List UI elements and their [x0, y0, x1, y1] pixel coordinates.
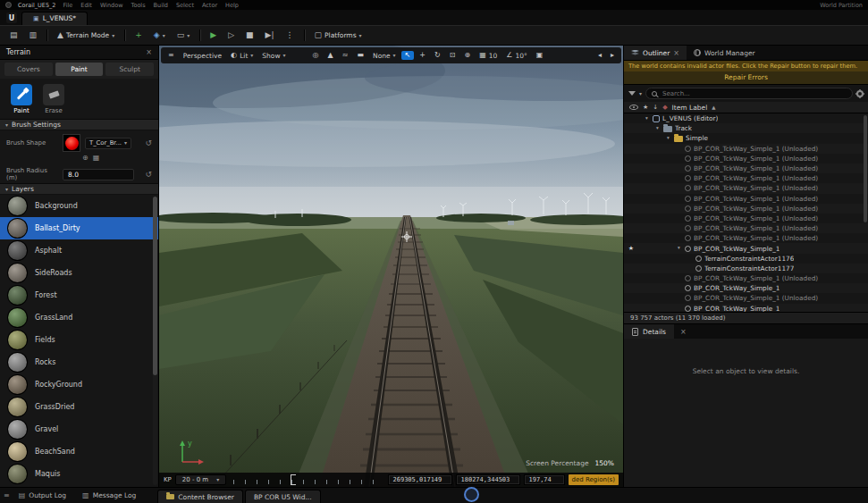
expander-icon[interactable]: ▾: [665, 136, 671, 141]
brush-radius-input[interactable]: 8.0: [63, 169, 134, 180]
user-avatar[interactable]: [5, 2, 12, 8]
layer-item[interactable]: Background: [0, 195, 158, 217]
lit-dropdown[interactable]: ◐Lit▾: [227, 51, 257, 61]
expander-icon[interactable]: ▾: [654, 126, 661, 131]
outliner-scrollbar[interactable]: [864, 115, 867, 222]
outliner-row[interactable]: BP_COR_TckWay_Simple_1 (Unloaded): [624, 163, 868, 173]
stop-button[interactable]: ■: [241, 28, 258, 43]
viewport-options-button[interactable]: ≡: [164, 51, 178, 60]
layer-item[interactable]: RockyGround: [0, 373, 158, 396]
menu-item[interactable]: File: [62, 2, 73, 9]
kp-range-dropdown[interactable]: 20 - 0 m ▾: [175, 474, 226, 485]
message-log-button[interactable]: ▥ Message Log: [75, 488, 143, 503]
outliner-search[interactable]: [645, 88, 853, 99]
layer-item[interactable]: GrassLand: [0, 306, 158, 329]
menu-item[interactable]: Tools: [131, 2, 147, 9]
item-label-header[interactable]: Item Label: [672, 104, 708, 112]
menu-item[interactable]: Build: [153, 2, 169, 9]
brush-texture-dropdown[interactable]: T_Cor_Br... ▾: [85, 138, 131, 149]
search-input[interactable]: [661, 89, 847, 98]
next-viewport-button[interactable]: ▸: [607, 51, 618, 60]
outliner-row[interactable]: BP_COR_TckWay_Simple_1 (Unloaded): [624, 233, 868, 243]
brush-shape-preview[interactable]: [63, 134, 80, 152]
content-browser-tab[interactable]: Content Browser: [157, 490, 243, 503]
outliner-row[interactable]: ▾ Simple: [624, 133, 868, 143]
terrain-mode-tab[interactable]: Paint: [55, 63, 104, 76]
flatten-tool-button[interactable]: ▬: [353, 51, 367, 60]
tab-world-manager[interactable]: World Manager: [687, 46, 763, 60]
perspective-dropdown[interactable]: Perspective: [180, 51, 225, 61]
mode-dropdown[interactable]: ▲ Terrain Mode ▾: [53, 28, 119, 43]
brush-option-grid-icon[interactable]: ▦: [93, 154, 100, 162]
kp-ruler[interactable]: [233, 476, 380, 484]
select-tool-button[interactable]: ↖: [401, 51, 415, 60]
scrollbar-thumb[interactable]: [153, 197, 157, 375]
show-dropdown[interactable]: Show▾: [258, 51, 289, 61]
outliner-row[interactable]: BP_COR_TckWay_Simple_1 (Unloaded): [624, 144, 868, 154]
terrain-tool-button[interactable]: ▲: [324, 51, 337, 60]
close-icon[interactable]: ×: [673, 49, 679, 57]
world-space-button[interactable]: ⊕: [460, 51, 474, 60]
expander-icon[interactable]: ▾: [644, 116, 650, 122]
menu-item[interactable]: Window: [99, 2, 124, 9]
play-options-button[interactable]: ⋮: [282, 28, 299, 43]
favorite-column-icon[interactable]: ★: [643, 104, 648, 111]
layer-item[interactable]: Forest: [0, 284, 158, 306]
layer-item[interactable]: Asphalt: [0, 239, 158, 262]
paint-tool-button[interactable]: Paint: [11, 84, 32, 114]
layer-item[interactable]: Gravel: [0, 418, 158, 440]
menu-item[interactable]: Edit: [80, 2, 93, 9]
reset-brush-shape-icon[interactable]: ↺: [145, 138, 152, 147]
layer-item[interactable]: Maquis: [0, 463, 158, 485]
pin-column-icon[interactable]: ↓: [653, 104, 658, 111]
row-favorite-star[interactable]: ★: [624, 246, 638, 252]
camera-speed-button[interactable]: ▣: [533, 51, 547, 60]
layer-item[interactable]: Fields: [0, 329, 158, 351]
expander-icon[interactable]: ▾: [676, 246, 682, 251]
blueprint-widget-tab[interactable]: BP COR U5 Wid...: [245, 490, 321, 503]
erase-tool-button[interactable]: Erase: [43, 84, 64, 114]
level-tab[interactable]: ▣ L_VENUS*: [21, 12, 88, 25]
grid-snap-button[interactable]: ▦10: [476, 51, 501, 61]
smooth-tool-button[interactable]: ≈: [339, 51, 352, 60]
outliner-row[interactable]: ▾ Track: [624, 123, 868, 133]
save-button[interactable]: ▤: [5, 28, 22, 43]
menu-item[interactable]: Help: [224, 2, 240, 9]
simulate-button[interactable]: ▷: [223, 28, 239, 43]
tab-outliner[interactable]: Outliner ×: [624, 46, 687, 60]
move-tool-button[interactable]: +: [416, 51, 429, 60]
outliner-row[interactable]: BP_COR_TckWay_Simple_1 (Unloaded): [624, 273, 868, 283]
cinematics-dropdown[interactable]: ▭▾: [173, 28, 195, 43]
outliner-row[interactable]: BP_COR_TckWay_Simple_1 (Unloaded): [624, 214, 868, 223]
outliner-row[interactable]: BP_COR_TckWay_Simple_1: [624, 283, 868, 293]
viewport-scene[interactable]: [159, 46, 623, 487]
terrain-mode-tab[interactable]: Covers: [4, 63, 53, 76]
outliner-row[interactable]: BP_COR_TckWay_Simple_1 (Unloaded): [624, 183, 868, 193]
layers-scrollbar[interactable]: [153, 197, 157, 485]
outliner-row[interactable]: ★ ▾ BP_COR_TckWay_Simple_1: [624, 243, 868, 253]
repair-errors-button[interactable]: Repair Errors: [624, 71, 868, 85]
outliner-row[interactable]: BP_COR_TckWay_Simple_1 (Unloaded): [624, 194, 868, 204]
layer-item[interactable]: BeachSand: [0, 440, 158, 463]
add-actor-button[interactable]: +: [131, 28, 147, 43]
play-button[interactable]: ▶: [206, 28, 221, 43]
skip-button[interactable]: ▶|: [261, 28, 279, 43]
ruler-marker[interactable]: [291, 474, 296, 485]
rotate-tool-button[interactable]: ↻: [431, 51, 444, 60]
viewport[interactable]: ≡ Perspective ◐Lit▾ Show▾ ◎ ▲ ≈ ▬ None▾ …: [159, 46, 623, 487]
outliner-row[interactable]: BP_COR_TckWay_Simple_1 (Unloaded): [624, 223, 868, 233]
reset-brush-radius-icon[interactable]: ↺: [145, 170, 152, 179]
outliner-row[interactable]: TerrainConstraintActor1177: [624, 264, 868, 273]
close-icon[interactable]: ×: [146, 48, 152, 56]
landscape-tool-button[interactable]: ◎: [309, 51, 323, 60]
outliner-row[interactable]: BP_COR_TckWay_Simple_1 (Unloaded): [624, 293, 868, 303]
layer-item[interactable]: SideRoads: [0, 262, 158, 284]
scale-tool-button[interactable]: ⊡: [446, 51, 459, 60]
gizmo-coordinate-dropdown[interactable]: None▾: [369, 51, 400, 61]
unreal-logo-icon[interactable]: U: [6, 13, 17, 23]
outliner-row[interactable]: BP_COR_TckWay_Simple_1 (Unloaded): [624, 154, 868, 163]
menu-item[interactable]: Select: [175, 2, 195, 9]
rotation-snap-button[interactable]: ∠10°: [502, 51, 530, 61]
browser-button[interactable]: ▥: [25, 28, 42, 43]
layer-item[interactable]: GrassDried: [0, 396, 158, 418]
